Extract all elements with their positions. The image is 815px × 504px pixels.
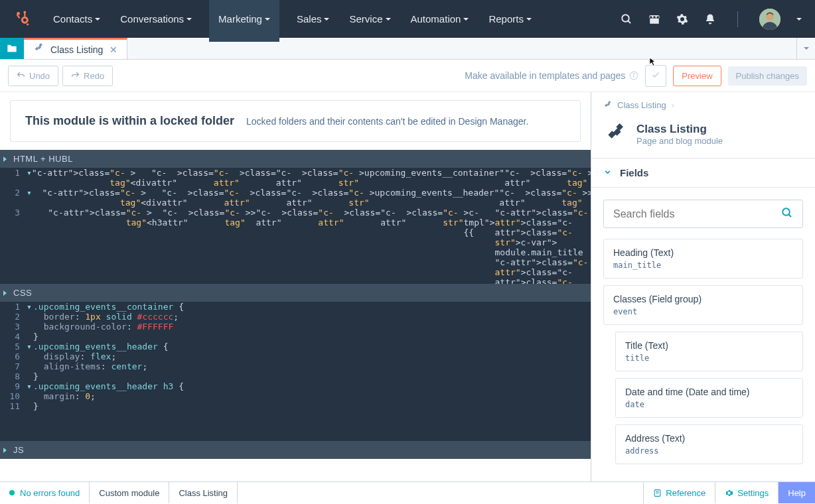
availability-toggle[interactable] [645, 65, 666, 87]
marketplace-icon[interactable] [648, 13, 660, 25]
module-name-status: Class Listing [169, 482, 238, 503]
search-icon [781, 207, 793, 221]
module-icon [603, 122, 627, 146]
svg-line-20 [788, 214, 791, 217]
file-tab-class-listing[interactable]: Class Listing ✕ [24, 38, 127, 59]
html-code-editor[interactable]: 1▾"c-attr">class="c-tag"><div "c-attr">c… [0, 168, 591, 284]
module-type-status: Custom module [90, 482, 169, 503]
search-icon[interactable] [621, 13, 632, 25]
svg-point-7 [622, 15, 629, 22]
nav-conversations[interactable]: Conversations [117, 8, 194, 30]
inspector-title: Class Listing [636, 123, 723, 136]
file-explorer-button[interactable] [0, 38, 24, 59]
redo-button[interactable]: Redo [62, 66, 113, 86]
nav-sales[interactable]: Sales [294, 8, 333, 30]
nav-reports[interactable]: Reports [486, 8, 534, 30]
reference-button[interactable]: Reference [643, 482, 715, 503]
settings-button[interactable]: Settings [715, 482, 778, 503]
hubspot-logo[interactable] [13, 9, 31, 29]
top-nav: ContactsConversationsMarketingSalesServi… [0, 0, 815, 38]
svg-line-8 [628, 21, 630, 23]
settings-icon[interactable] [676, 13, 688, 25]
preview-button[interactable]: Preview [673, 66, 721, 86]
close-tab-icon[interactable]: ✕ [110, 44, 117, 55]
editor-column: This module is within a locked folder Lo… [0, 92, 591, 481]
nav-automation[interactable]: Automation [408, 8, 472, 30]
js-pane-header[interactable]: JS [0, 441, 591, 459]
svg-rect-11 [654, 16, 656, 18]
field-date[interactable]: Date and time (Date and time)date [615, 378, 803, 418]
tab-overflow-button[interactable] [796, 38, 815, 59]
notifications-icon[interactable] [704, 13, 716, 25]
field-title[interactable]: Title (Text)title [615, 332, 803, 371]
user-avatar[interactable] [759, 9, 780, 30]
inspector-breadcrumb[interactable]: Class Listing › [591, 92, 815, 118]
account-menu-caret[interactable] [796, 18, 802, 21]
chevron-down-icon [603, 167, 612, 178]
nav-links: ContactsConversationsMarketingSalesServi… [50, 8, 621, 30]
css-pane-header[interactable]: CSS [0, 284, 591, 302]
field-address[interactable]: Address (Text)address [615, 424, 803, 464]
search-input[interactable] [613, 208, 781, 220]
svg-rect-10 [650, 16, 652, 18]
banner-body: Locked folders and their contents can't … [246, 116, 528, 127]
svg-point-5 [23, 11, 26, 13]
locked-folder-banner: This module is within a locked folder Lo… [10, 100, 581, 142]
preview-label: Preview [682, 71, 712, 81]
svg-rect-12 [657, 16, 659, 18]
css-code-editor[interactable]: 1▾.upcoming_events__container {2 border:… [0, 302, 591, 441]
module-icon [33, 43, 44, 56]
html-pane-header[interactable]: HTML + HUBL [0, 150, 591, 168]
svg-rect-9 [650, 18, 659, 23]
nav-contacts[interactable]: Contacts [50, 8, 103, 30]
svg-point-18 [634, 74, 634, 74]
file-tab-bar: Class Listing ✕ [0, 38, 815, 60]
undo-button[interactable]: Undo [8, 66, 58, 86]
errors-status[interactable]: No errors found [0, 482, 90, 503]
availability-label: Make available in templates and pages [465, 70, 638, 81]
fields-section-header[interactable]: Fields [591, 158, 815, 188]
status-bar: No errors found Custom module Class List… [0, 481, 815, 503]
field-main_title[interactable]: Heading (Text)main_title [603, 239, 803, 279]
svg-point-19 [782, 208, 790, 216]
file-tab-title: Class Listing [50, 44, 103, 55]
svg-point-2 [23, 19, 27, 22]
help-button[interactable]: Help [778, 482, 815, 503]
inspector-panel: Class Listing › Class Listing Page and b… [591, 92, 815, 481]
inspector-subtitle: Page and blog module [636, 136, 723, 146]
field-event[interactable]: Classes (Field group)event [603, 285, 803, 325]
publish-button[interactable]: Publish changes [728, 66, 807, 86]
nav-marketing[interactable]: Marketing [209, 0, 279, 42]
redo-label: Redo [84, 71, 104, 81]
undo-label: Undo [29, 71, 50, 81]
editor-toolbar: Undo Redo Make available in templates an… [0, 60, 815, 92]
banner-title: This module is within a locked folder [25, 114, 234, 128]
svg-point-6 [27, 23, 29, 25]
publish-label: Publish changes [736, 71, 799, 81]
nav-service[interactable]: Service [346, 8, 393, 30]
fields-search-input[interactable] [603, 200, 803, 228]
